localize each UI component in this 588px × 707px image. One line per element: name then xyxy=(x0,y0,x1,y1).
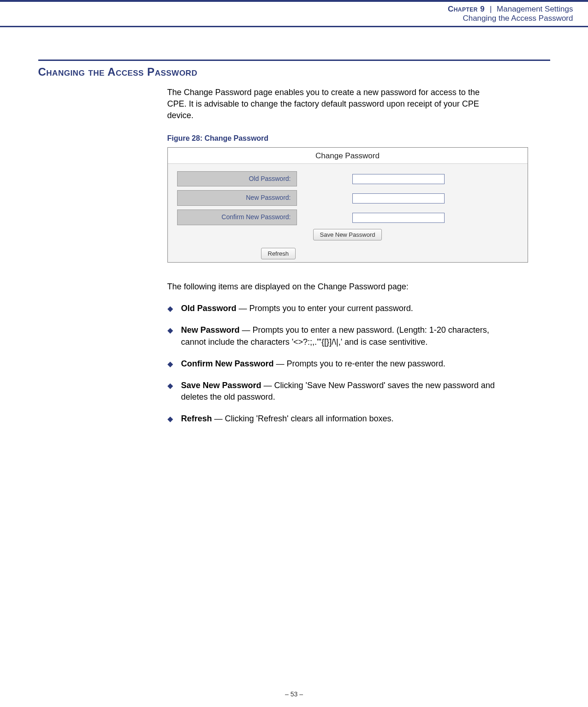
item-desc: — Clicking 'Refresh' clears all informat… xyxy=(212,414,394,423)
diamond-bullet-icon: ◆ xyxy=(167,324,181,348)
diamond-bullet-icon: ◆ xyxy=(167,413,181,425)
save-new-password-button[interactable]: Save New Password xyxy=(313,229,382,240)
label-new-password: New Password: xyxy=(177,190,297,206)
diamond-bullet-icon: ◆ xyxy=(167,380,181,403)
diamond-bullet-icon: ◆ xyxy=(167,303,181,314)
figure-caption: Figure 28: Change Password xyxy=(167,133,550,144)
list-item: ◆ New Password — Prompts you to enter a … xyxy=(167,324,509,348)
figure-row-new-password: New Password: xyxy=(168,190,528,206)
figure-row-confirm-password: Confirm New Password: xyxy=(168,210,528,225)
item-term: Confirm New Password xyxy=(181,359,274,368)
figure-box: Change Password Old Password: New Passwo… xyxy=(167,147,528,263)
input-old-password[interactable] xyxy=(352,174,445,184)
chapter-label: Chapter 9 xyxy=(448,5,485,13)
chapter-subtitle: Changing the Access Password xyxy=(15,14,573,23)
list-intro: The following items are displayed on the… xyxy=(167,281,550,293)
label-old-password: Old Password: xyxy=(177,171,297,187)
section-rule xyxy=(38,60,550,61)
item-desc: — Prompts you to enter your current pass… xyxy=(237,304,413,313)
list-item: ◆ Save New Password — Clicking 'Save New… xyxy=(167,380,509,403)
item-term: Refresh xyxy=(181,414,212,423)
refresh-button[interactable]: Refresh xyxy=(261,248,296,259)
figure-title: Change Password xyxy=(168,148,528,164)
diamond-bullet-icon: ◆ xyxy=(167,358,181,370)
input-new-password[interactable] xyxy=(352,193,445,204)
figure-row-old-password: Old Password: xyxy=(168,171,528,187)
list-item: ◆ Confirm New Password — Prompts you to … xyxy=(167,358,509,370)
list-item: ◆ Refresh — Clicking 'Refresh' clears al… xyxy=(167,413,509,425)
section-heading: Changing the Access Password xyxy=(38,66,550,78)
label-confirm-password: Confirm New Password: xyxy=(177,210,297,225)
list-item: ◆ Old Password — Prompts you to enter yo… xyxy=(167,303,509,314)
item-term: Save New Password xyxy=(181,381,261,390)
intro-paragraph: The Change Password page enables you to … xyxy=(167,87,499,122)
header-separator: | xyxy=(487,5,494,13)
item-term: Old Password xyxy=(181,304,237,313)
item-term: New Password xyxy=(181,325,240,335)
item-desc: — Prompts you to re-enter the new passwo… xyxy=(274,359,445,368)
page-footer: – 53 – xyxy=(0,690,588,698)
input-confirm-password[interactable] xyxy=(352,213,445,223)
chapter-title: Management Settings xyxy=(497,5,573,13)
page-header: Chapter 9 | Management Settings Changing… xyxy=(0,0,588,27)
